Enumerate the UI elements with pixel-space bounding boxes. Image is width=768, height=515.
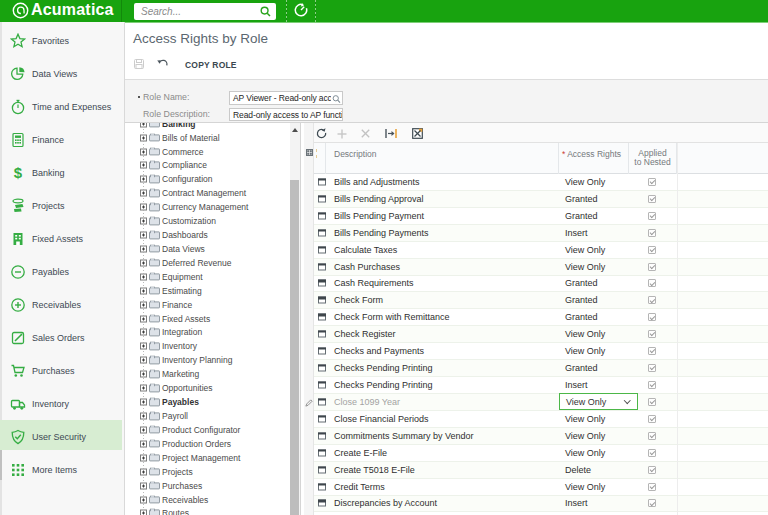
svg-text:$: $ <box>14 165 23 181</box>
